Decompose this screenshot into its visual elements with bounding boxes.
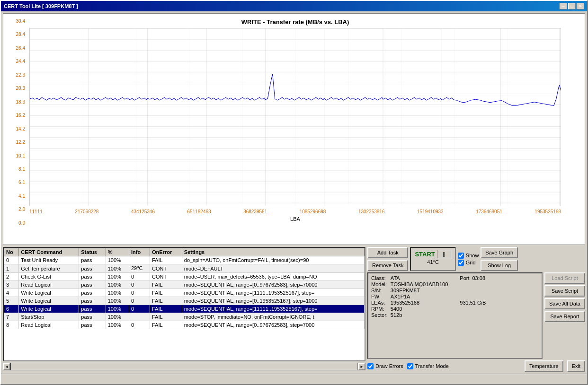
col-cmd: CERT Command [19, 248, 79, 256]
start-label: START [415, 251, 435, 258]
table-row[interactable]: 6 Write Logical pass 100% 0 FAIL mode=SE… [4, 305, 365, 313]
chart-container: WRITE - Transfer rate (MB/s vs. LBA) 30.… [3, 13, 585, 245]
col-status: Status [79, 248, 106, 256]
title-bar-controls: ─ □ ✕ [560, 3, 584, 9]
fw-label: FW: [371, 294, 388, 299]
svg-rect-0 [30, 28, 561, 206]
transfer-mode-row: Transfer Mode [407, 363, 449, 369]
sector-value: 512b [391, 312, 539, 318]
scroll-right-button[interactable]: ► [358, 363, 365, 370]
chart-title: WRITE - Transfer rate (MB/s vs. LBA) [29, 18, 561, 26]
status-bar [1, 374, 587, 384]
col-info: Info [129, 248, 150, 256]
sector-label: Sector: [371, 312, 388, 318]
class-value: ATA [391, 275, 457, 281]
table-row[interactable]: 4 Write Logical pass 100% 0 FAIL mode=SE… [4, 289, 365, 297]
show-label: Show [466, 253, 479, 258]
grid-label: Grid [466, 260, 476, 265]
rpm-label: RPM: [371, 306, 388, 312]
y-axis: 30.4 28.4 26.4 24.4 22.3 20.3 18.3 16.2 … [3, 18, 27, 226]
port-label: Port [460, 275, 469, 281]
show-checkbox[interactable] [458, 253, 464, 259]
chart-svg [29, 28, 561, 206]
grid-checkbox[interactable] [458, 260, 464, 266]
save-all-data-button[interactable]: Save All Data [544, 298, 585, 309]
main-window: CERT Tool Lite [ 309FPKM8T ] ─ □ ✕ WRITE… [0, 0, 588, 385]
port-value: 03:08 [472, 275, 539, 281]
restore-button[interactable]: □ [568, 3, 576, 9]
exit-button[interactable]: Exit [567, 360, 585, 372]
task-table[interactable]: No CERT Command Status % Info OnError Se… [3, 247, 365, 361]
load-script-button[interactable]: Load Script [544, 272, 585, 284]
start-area: START || 41°C [410, 247, 455, 271]
bottom-controls: Draw Errors Transfer Mode Temperature Ex… [367, 360, 585, 372]
device-info-panel: Class: ATA Port 03:08 Model: TOSHIBA MQ0… [367, 272, 543, 359]
task-buttons: Add Task Remove Task [367, 247, 408, 271]
table-row[interactable]: 5 Write Logical pass 100% 0 FAIL mode=SE… [4, 297, 365, 305]
draw-errors-label: Draw Errors [375, 363, 403, 369]
horizontal-scrollbar[interactable]: ◄ ► [3, 362, 365, 371]
leas-size: 931.51 GiB [460, 300, 539, 306]
transfer-mode-label: Transfer Mode [415, 363, 449, 369]
graph-log-buttons: Save Graph Show Log [481, 247, 518, 271]
sn-value: 309FPKM8T [391, 288, 539, 293]
add-task-button[interactable]: Add Task [367, 247, 408, 258]
show-area: Show Grid [458, 247, 479, 271]
pause-button[interactable]: || [437, 250, 451, 258]
temperature-display: 41°C [427, 259, 439, 265]
remove-task-button[interactable]: Remove Task [367, 260, 408, 271]
main-content: WRITE - Transfer rate (MB/s vs. LBA) 30.… [1, 11, 587, 374]
transfer-mode-checkbox[interactable] [407, 363, 413, 369]
model-label: Model: [371, 281, 388, 287]
class-label: Class: [371, 275, 388, 281]
window-title: CERT Tool Lite [ 309FPKM8T ] [4, 3, 78, 9]
model-value: TOSHIBA MQ01ABD100 [391, 281, 539, 287]
fw-value: AX1P1A [391, 294, 539, 299]
right-panel: Add Task Remove Task START || 41°C [367, 247, 585, 372]
col-onerror: OnError [150, 248, 182, 256]
col-no: No [4, 248, 19, 256]
scroll-track[interactable] [10, 363, 358, 370]
draw-errors-checkbox[interactable] [367, 363, 374, 369]
sn-label: S/N: [371, 288, 388, 293]
save-graph-button[interactable]: Save Graph [481, 247, 518, 258]
script-buttons: Load Script Save Script Save All Data Sa… [544, 272, 585, 359]
col-pct: % [106, 248, 129, 256]
bottom-section: No CERT Command Status % Info OnError Se… [3, 247, 585, 372]
grid-checkbox-row: Grid [458, 260, 479, 266]
save-report-button[interactable]: Save Report [544, 311, 585, 322]
close-button[interactable]: ✕ [577, 3, 584, 9]
table-row[interactable]: 7 Start/Stop pass 100% FAIL mode=STOP, i… [4, 313, 365, 321]
table-row[interactable]: 8 Read Logical pass 100% 0 FAIL mode=SEQ… [4, 321, 365, 329]
info-script-area: Class: ATA Port 03:08 Model: TOSHIBA MQ0… [367, 272, 585, 359]
title-bar: CERT Tool Lite [ 309FPKM8T ] ─ □ ✕ [1, 1, 587, 11]
table-row[interactable]: 3 Read Logical pass 100% 0 FAIL mode=SEQ… [4, 281, 365, 289]
scroll-left-button[interactable]: ◄ [3, 363, 10, 370]
leas-label: LEAs: [371, 300, 388, 306]
draw-errors-row: Draw Errors [367, 363, 403, 369]
save-script-button[interactable]: Save Script [544, 285, 585, 297]
table-row[interactable]: 2 Check G-List pass 100% 0 CONT mode=USE… [4, 273, 365, 281]
col-settings: Settings [182, 248, 364, 256]
rpm-value: 5400 [391, 306, 539, 312]
x-axis: 11111 217068228 434125346 651182463 8682… [29, 208, 561, 215]
table-row[interactable]: 0 Test Unit Ready pass 100% FAIL do_spin… [4, 256, 365, 264]
table-row[interactable]: 1 Get Temperature pass 100% 29℃ CONT mod… [4, 264, 365, 273]
x-axis-label: LBA [29, 216, 561, 222]
minimize-button[interactable]: ─ [560, 3, 567, 9]
leas-value: 1953525168 [391, 300, 457, 306]
show-checkbox-row: Show [458, 253, 479, 259]
show-log-button[interactable]: Show Log [481, 260, 518, 271]
temperature-button[interactable]: Temperature [525, 360, 563, 372]
